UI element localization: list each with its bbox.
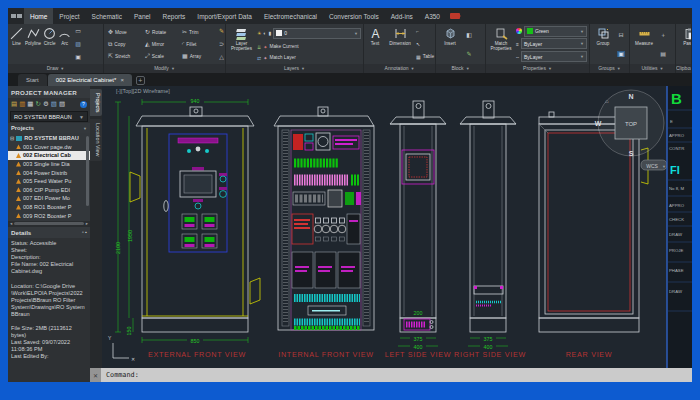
drawing-item-001[interactable]: 001 Cover page.dw: [8, 143, 90, 152]
id-point-icon[interactable]: ＋: [660, 32, 666, 38]
match-layer-button[interactable]: ⇄ ✦ Match Layer: [257, 55, 361, 61]
dimension-button[interactable]: Dimension: [386, 25, 414, 63]
panel-label-groups[interactable]: Groups▼: [590, 64, 629, 73]
erase-icon[interactable]: ✎: [219, 28, 224, 34]
publish-icon[interactable]: ▧: [51, 101, 57, 108]
viewcube-north[interactable]: N: [628, 93, 633, 100]
copy-button[interactable]: ⧉Copy: [106, 38, 143, 50]
group-edit-icon[interactable]: ▣: [617, 51, 625, 57]
refresh-icon[interactable]: ↻: [35, 101, 40, 108]
move-button[interactable]: ✥Move: [106, 26, 143, 38]
tab-electromechanical[interactable]: Electromechanical: [258, 8, 323, 24]
array-button[interactable]: ▦Array: [180, 50, 217, 62]
drawing-item-008[interactable]: 008 RO1 Booster P: [8, 203, 90, 212]
group-button[interactable]: Group: [592, 25, 614, 63]
screencast-icon[interactable]: [450, 13, 460, 19]
layer-freeze-icon[interactable]: ◐: [263, 30, 266, 36]
tab-schematic[interactable]: Schematic: [86, 8, 128, 24]
viewcube-home-icon[interactable]: ⌂: [605, 98, 609, 104]
panel-label-properties[interactable]: Properties▼: [486, 64, 589, 73]
new-tab-button[interactable]: +: [136, 76, 145, 85]
drawing-item-004[interactable]: 004 Power Distrib: [8, 168, 90, 177]
side-tab-location-view[interactable]: Location View: [90, 119, 102, 160]
mirror-button[interactable]: ◭Mirror: [143, 38, 180, 50]
insert-button[interactable]: Insert: [438, 25, 462, 63]
measure-button[interactable]: Measure: [632, 25, 656, 63]
explode-icon[interactable]: △: [219, 54, 224, 60]
object-color-select[interactable]: Green ▼: [524, 26, 587, 37]
new-project-icon[interactable]: ▥: [19, 101, 25, 108]
rotate-button[interactable]: ↻Rotate: [143, 26, 180, 38]
scroll-left-icon[interactable]: ◂: [10, 221, 12, 226]
tab-panel[interactable]: Panel: [128, 8, 157, 24]
text-button[interactable]: A Text: [366, 25, 384, 63]
tab-import-export[interactable]: Import/Export Data: [191, 8, 258, 24]
boundary-icon[interactable]: ▣: [75, 54, 81, 60]
drawing-canvas[interactable]: [-][Top][2D Wireframe] 940 2100 1950: [102, 86, 692, 368]
open-project-icon[interactable]: ▤: [11, 101, 17, 108]
panel-label-modify[interactable]: Modify▼: [104, 64, 225, 73]
tab-a350[interactable]: A350: [419, 8, 446, 24]
scale-button[interactable]: ⤢Scale: [143, 50, 180, 62]
projects-section-header[interactable]: Projects ▼: [8, 123, 90, 133]
command-bar[interactable]: ✕ Command:: [90, 368, 692, 382]
layer-select[interactable]: 0 ▼: [273, 28, 361, 39]
command-prompt[interactable]: Command:: [101, 371, 139, 379]
drawing-viewport[interactable]: [-][Top][2D Wireframe] 940 2100 1950: [102, 86, 692, 368]
hatch-icon[interactable]: ▨: [75, 41, 81, 47]
table-button[interactable]: ▦Table: [416, 54, 435, 60]
arc-button[interactable]: Arc: [58, 25, 71, 63]
stretch-button[interactable]: ⇱Stretch: [106, 50, 143, 62]
file-tab-start[interactable]: Start: [18, 74, 47, 86]
panel-label-layers[interactable]: Layers▼: [226, 64, 363, 73]
tab-home[interactable]: Home: [24, 8, 53, 24]
ungroup-icon[interactable]: ⊟: [618, 32, 623, 38]
viewport-label[interactable]: [-][Top][2D Wireframe]: [116, 88, 170, 94]
save-project-icon[interactable]: ▦: [27, 101, 33, 108]
drawing-item-005[interactable]: 005 Feed Water Pu: [8, 177, 90, 186]
linetype-select[interactable]: ByLayer ▼: [521, 51, 587, 62]
rectangle-icon[interactable]: ▭: [75, 28, 81, 34]
side-tab-projects[interactable]: Projects: [90, 89, 102, 116]
settings-icon[interactable]: ⚙: [43, 101, 49, 108]
viewcube-west[interactable]: W: [595, 120, 602, 127]
polyline-button[interactable]: Polyline: [25, 25, 41, 63]
project-select[interactable]: RO SYSTEM BBRAUN ▼: [10, 111, 88, 122]
drawing-item-009[interactable]: 009 RO2 Booster P: [8, 211, 90, 220]
panel-label-utilities[interactable]: Utilities▼: [630, 64, 675, 73]
quick-calc-icon[interactable]: ▤: [660, 51, 666, 57]
viewcube-face-label[interactable]: TOP: [625, 121, 637, 127]
plot-icon[interactable]: ▨: [59, 101, 65, 108]
drawing-item-007[interactable]: 007 EDI Power Mo: [8, 194, 90, 203]
drawing-item-003[interactable]: 003 Single line Dia: [8, 160, 90, 169]
layer-lock-icon[interactable]: ▮: [269, 30, 272, 36]
panel-label-block[interactable]: Block▼: [436, 64, 485, 73]
paste-button[interactable]: Paste: [678, 25, 691, 63]
layer-properties-button[interactable]: Layer Properties: [228, 25, 255, 63]
command-close-icon[interactable]: ✕: [90, 368, 101, 382]
details-header[interactable]: Details ▫ ▪: [8, 227, 90, 238]
tree-root[interactable]: ⊟ RO SYSTEM BBRAU: [8, 134, 90, 143]
panel-label-draw[interactable]: Draw▼: [8, 64, 103, 73]
scroll-right-icon[interactable]: ▸: [86, 221, 88, 226]
edit-block-icon[interactable]: ✎: [466, 51, 471, 57]
viewcube[interactable]: TOP N W S ⌂ WCS ▼: [595, 90, 667, 170]
app-menu-icon[interactable]: [8, 8, 24, 24]
drawing-item-006[interactable]: 006 CIP Pump EDI: [8, 186, 90, 195]
tree-vertical-scrollbar[interactable]: [86, 136, 89, 206]
create-block-icon[interactable]: ◧: [466, 32, 472, 38]
tab-project[interactable]: Project: [53, 8, 85, 24]
details-pin-icon[interactable]: ▫ ▪: [82, 230, 87, 235]
offset-icon[interactable]: ⊃: [219, 41, 224, 47]
lineweight-select[interactable]: ByLayer ▼: [521, 38, 587, 49]
viewcube-south[interactable]: S: [629, 150, 634, 157]
help-icon[interactable]: ?: [80, 101, 87, 108]
tab-addins[interactable]: Add-ins: [385, 8, 419, 24]
tab-reports[interactable]: Reports: [157, 8, 192, 24]
collapse-icon[interactable]: ⊟: [10, 135, 14, 141]
line-button[interactable]: Line: [10, 25, 23, 63]
circle-button[interactable]: Circle: [43, 25, 56, 63]
multileader-icon[interactable]: ↖: [416, 41, 420, 47]
leader-icon[interactable]: ⌐: [416, 28, 419, 34]
file-tab-002-electrical-cabinet[interactable]: 002 Electrical Cabinet* ×: [48, 74, 132, 86]
